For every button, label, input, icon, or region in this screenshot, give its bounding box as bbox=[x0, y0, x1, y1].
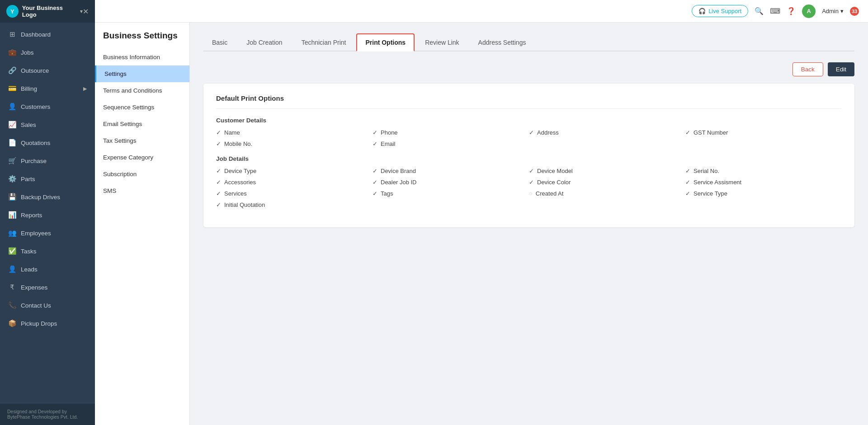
sidebar-item-pickup-drops[interactable]: 📦 Pickup Drops bbox=[0, 314, 95, 332]
sub-sidebar-title: Business Settings bbox=[95, 31, 189, 49]
sidebar-label-dashboard: Dashboard bbox=[21, 31, 51, 38]
field-accessories: ✓ Accessories bbox=[216, 179, 373, 186]
sub-nav-item-settings[interactable]: Settings bbox=[95, 65, 189, 82]
tab-review-link[interactable]: Review Link bbox=[416, 33, 467, 51]
sidebar-label-tasks: Tasks bbox=[21, 248, 37, 255]
sidebar-item-dashboard[interactable]: ⊞ Dashboard bbox=[0, 25, 95, 43]
leads-icon: 👤 bbox=[8, 265, 16, 273]
field-dealer-job-id: ✓ Dealer Job ID bbox=[373, 179, 529, 186]
field-label-serial-no: Serial No. bbox=[693, 168, 719, 174]
sidebar-item-sales[interactable]: 📈 Sales bbox=[0, 116, 95, 134]
sidebar-item-billing[interactable]: 💳 Billing ▶ bbox=[0, 79, 95, 98]
tab-job-creation[interactable]: Job Creation bbox=[238, 33, 291, 51]
sidebar-label-contact-us: Contact Us bbox=[21, 302, 51, 309]
sidebar-item-outsource[interactable]: 🔗 Outsource bbox=[0, 61, 95, 79]
fields-grid-job-details: ✓ Device Type ✓ Device Brand ✓ Device Mo… bbox=[216, 168, 842, 208]
sidebar-item-purchase[interactable]: 🛒 Purchase bbox=[0, 152, 95, 170]
sub-nav-item-email[interactable]: Email Settings bbox=[95, 116, 189, 132]
check-service-type: ✓ bbox=[685, 190, 690, 197]
check-mobile: ✓ bbox=[216, 140, 221, 147]
sub-nav-item-tax[interactable]: Tax Settings bbox=[95, 132, 189, 149]
sidebar-label-leads: Leads bbox=[21, 266, 38, 273]
backup-drives-icon: 💾 bbox=[8, 193, 16, 201]
main-area: 🎧 Live Support 🔍 ⌨ ❓ A Admin ▾ 33 Busine… bbox=[95, 0, 868, 425]
check-name: ✓ bbox=[216, 129, 221, 136]
field-label-created-at: Created At bbox=[536, 190, 563, 197]
sidebar-item-reports[interactable]: 📊 Reports bbox=[0, 206, 95, 224]
sub-nav-item-sequence[interactable]: Sequence Settings bbox=[95, 99, 189, 116]
notification-badge[interactable]: 33 bbox=[850, 7, 859, 16]
edit-button[interactable]: Edit bbox=[828, 62, 854, 76]
check-created-at: ○ bbox=[529, 190, 533, 197]
sidebar-item-contact-us[interactable]: 📞 Contact Us bbox=[0, 296, 95, 314]
field-tags: ✓ Tags bbox=[373, 190, 529, 197]
expenses-icon: ₹ bbox=[8, 283, 16, 291]
sidebar-item-jobs[interactable]: 💼 Jobs bbox=[0, 43, 95, 61]
content-area: Business Settings Business InformationSe… bbox=[95, 23, 868, 425]
field-label-gst: GST Number bbox=[693, 129, 728, 136]
field-label-service-type: Service Type bbox=[693, 190, 727, 197]
sidebar-item-employees[interactable]: 👥 Employees bbox=[0, 224, 95, 242]
sub-nav-item-expense-cat[interactable]: Expense Category bbox=[95, 149, 189, 166]
sidebar-item-quotations[interactable]: 📄 Quotations bbox=[0, 134, 95, 152]
sidebar-logo[interactable]: Y Your Business Logo ▾ bbox=[6, 5, 83, 18]
sidebar-nav: ⊞ Dashboard 💼 Jobs 🔗 Outsource 💳 Billing… bbox=[0, 23, 95, 403]
sub-nav-item-subscription[interactable]: Subscription bbox=[95, 166, 189, 182]
search-icon[interactable]: 🔍 bbox=[755, 7, 764, 15]
field-service-assisment: ✓ Service Assisment bbox=[685, 179, 842, 186]
field-mobile: ✓ Mobile No. bbox=[216, 140, 373, 147]
sidebar-label-purchase: Purchase bbox=[21, 158, 47, 164]
customers-icon: 👤 bbox=[8, 103, 16, 111]
sidebar-label-quotations: Quotations bbox=[21, 140, 50, 146]
sidebar-label-customers: Customers bbox=[21, 103, 50, 110]
field-service-type: ✓ Service Type bbox=[685, 190, 842, 197]
arrow-icon: ▶ bbox=[83, 86, 87, 92]
field-device-model: ✓ Device Model bbox=[529, 168, 685, 174]
card-title: Default Print Options bbox=[216, 94, 842, 109]
help-icon[interactable]: ❓ bbox=[787, 7, 796, 15]
sidebar-item-backup-drives[interactable]: 💾 Backup Drives bbox=[0, 188, 95, 206]
notification-count: 33 bbox=[852, 9, 857, 14]
live-support-button[interactable]: 🎧 Live Support bbox=[692, 5, 748, 17]
sidebar: Y Your Business Logo ▾ ✕ ⊞ Dashboard 💼 J… bbox=[0, 0, 95, 425]
admin-label: Admin bbox=[822, 8, 839, 14]
close-icon[interactable]: ✕ bbox=[83, 7, 89, 16]
sidebar-item-leads[interactable]: 👤 Leads bbox=[0, 260, 95, 278]
check-device-brand: ✓ bbox=[373, 168, 377, 174]
sub-nav-item-sms[interactable]: SMS bbox=[95, 182, 189, 199]
sub-sidebar: Business Settings Business InformationSe… bbox=[95, 23, 190, 425]
dashboard-icon: ⊞ bbox=[8, 30, 16, 38]
sidebar-footer: Designed and Developed by BytePhase Tech… bbox=[0, 403, 95, 425]
check-device-model: ✓ bbox=[529, 168, 534, 174]
field-name: ✓ Name bbox=[216, 129, 373, 136]
field-label-device-model: Device Model bbox=[537, 168, 573, 174]
check-service-assisment: ✓ bbox=[685, 179, 690, 186]
sections-container: Customer Details ✓ Name ✓ Phone ✓ Addres… bbox=[216, 117, 842, 208]
sub-nav-item-terms[interactable]: Terms and Conditions bbox=[95, 82, 189, 99]
section-label-job-details: Job Details bbox=[216, 155, 842, 162]
sidebar-label-billing: Billing bbox=[21, 85, 37, 92]
sidebar-item-customers[interactable]: 👤 Customers bbox=[0, 98, 95, 116]
quotations-icon: 📄 bbox=[8, 139, 16, 147]
sidebar-item-expenses[interactable]: ₹ Expenses bbox=[0, 278, 95, 296]
admin-menu[interactable]: Admin ▾ bbox=[822, 8, 844, 14]
tab-address-settings[interactable]: Address Settings bbox=[470, 33, 535, 51]
tab-technician-print[interactable]: Technician Print bbox=[293, 33, 355, 51]
check-serial-no: ✓ bbox=[685, 168, 690, 174]
tasks-icon: ✅ bbox=[8, 247, 16, 255]
check-gst: ✓ bbox=[685, 129, 690, 136]
field-label-mobile: Mobile No. bbox=[224, 140, 252, 147]
check-dealer-job-id: ✓ bbox=[373, 179, 377, 186]
logo-text: Your Business Logo bbox=[22, 5, 76, 18]
tab-basic[interactable]: Basic bbox=[203, 33, 236, 51]
back-button[interactable]: Back bbox=[793, 62, 823, 76]
sidebar-item-tasks[interactable]: ✅ Tasks bbox=[0, 242, 95, 260]
keyboard-icon[interactable]: ⌨ bbox=[770, 7, 780, 15]
field-device-brand: ✓ Device Brand bbox=[373, 168, 529, 174]
field-label-services: Services bbox=[224, 190, 247, 197]
sub-nav-item-business-info[interactable]: Business Information bbox=[95, 49, 189, 65]
tab-print-options[interactable]: Print Options bbox=[356, 33, 415, 51]
sidebar-item-parts[interactable]: ⚙️ Parts bbox=[0, 170, 95, 188]
field-email: ✓ Email bbox=[373, 140, 529, 147]
headset-icon: 🎧 bbox=[698, 8, 706, 14]
